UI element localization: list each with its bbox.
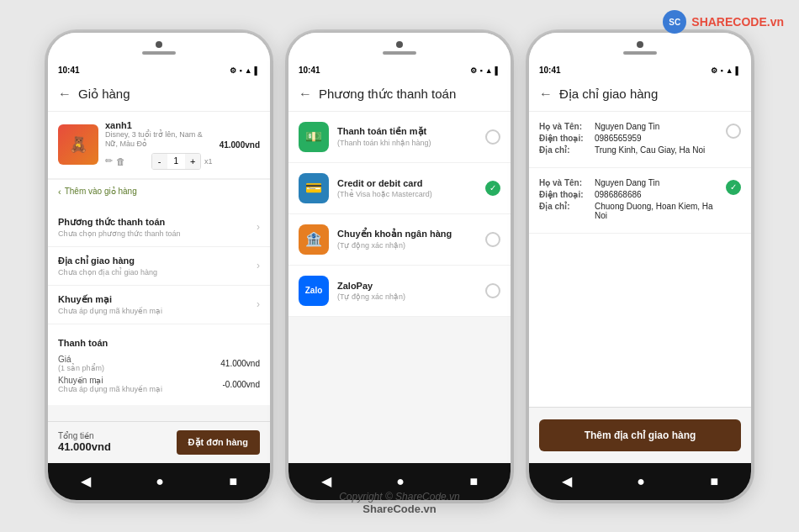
- settings-icon-1: ⚙: [230, 66, 236, 75]
- price-info: Giá (1 sản phẩm): [58, 355, 104, 372]
- watermark-top: SC SHARECODE.vn: [663, 10, 784, 34]
- back-button-2[interactable]: ←: [299, 87, 312, 102]
- price-sub: (1 sản phẩm): [58, 364, 104, 372]
- cart-item-price: 41.000vnd: [220, 140, 260, 150]
- payment-method-row[interactable]: Phương thức thanh toán Chưa chọn phương …: [48, 208, 270, 247]
- qty-plus[interactable]: +: [185, 154, 200, 169]
- add-icon: ‹: [58, 187, 61, 197]
- nav-home-2[interactable]: ●: [396, 474, 405, 489]
- delivery-row[interactable]: Địa chỉ giao hàng Chưa chọn địa chỉ giao…: [48, 247, 270, 286]
- qty-section: - 1 + x1: [151, 153, 213, 170]
- status-bar-2: 10:41 ⚙ ▪ ▲ ▌: [288, 63, 511, 78]
- speaker-3: [623, 51, 657, 55]
- settings-icon-3: ⚙: [711, 66, 717, 75]
- nav-recent-1[interactable]: ■: [230, 474, 238, 489]
- cart-item-card: 🧸 xanh1 Disney, 3 tuổi trở lên, Nam & Nữ…: [48, 112, 270, 179]
- brand-name-prefix: SHARE: [691, 15, 733, 29]
- status-time-1: 10:41: [58, 66, 80, 75]
- nav-home-3[interactable]: ●: [637, 474, 645, 489]
- watermark-bottom: Copyright © ShareCode.vn ShareCode.vn: [339, 491, 460, 515]
- phone-top-bar-3: [529, 33, 751, 63]
- cart-title: Giỏ hàng: [78, 87, 130, 102]
- checkout-title: Thanh toán: [58, 338, 260, 348]
- discount-row: Khuyến mại Chưa áp dụng mã khuyến mại -0…: [58, 376, 260, 393]
- brand-domain: .vn: [767, 15, 784, 29]
- cash-icon: 💵: [299, 122, 329, 152]
- camera-2: [396, 41, 403, 48]
- status-icons-1: ⚙ ▪ ▲ ▌: [230, 66, 260, 75]
- addr-name-label-2: Họ và Tên:: [539, 178, 590, 187]
- price-row: Giá (1 sản phẩm) 41.000vnd: [58, 355, 260, 372]
- discount-sub: Chưa áp dụng mã khuyến mại: [58, 385, 162, 393]
- nav-back-2[interactable]: ◀: [321, 473, 331, 489]
- delivery-sub: Chưa chọn địa chỉ giao hàng: [58, 268, 157, 277]
- address-item-2[interactable]: Họ và Tên: Nguyen Dang Tin Điện thoại: 0…: [529, 168, 751, 234]
- battery-icon-1: ▪: [239, 66, 241, 75]
- delete-icon[interactable]: 🗑: [116, 156, 125, 166]
- address-title: Địa chỉ giao hàng: [559, 87, 658, 102]
- addr-phone-row-2: Điện thoại: 0986868686: [539, 190, 726, 199]
- addr-radio-1[interactable]: [726, 124, 741, 139]
- card-radio[interactable]: [485, 181, 500, 196]
- cash-info: Thanh toán tiền mặt (Thanh toán khi nhận…: [337, 126, 477, 147]
- payment-method-card[interactable]: 💳 Credit or debit card (Thẻ Visa hoặc Ma…: [288, 163, 511, 214]
- nav-home-1[interactable]: ●: [156, 474, 164, 489]
- zalo-radio[interactable]: [485, 283, 500, 298]
- promo-row[interactable]: Khuyến mại Chưa áp dụng mã khuyến mại ›: [48, 286, 270, 324]
- status-icons-3: ⚙ ▪ ▲ ▌: [711, 66, 741, 75]
- zalo-info: ZaloPay (Tự động xác nhận): [337, 281, 477, 301]
- camera-1: [156, 41, 162, 48]
- edit-icon[interactable]: ✏: [105, 155, 113, 166]
- payment-title: Phương thức thanh toán: [319, 87, 456, 102]
- card-desc: (Thẻ Visa hoặc Mastercard): [337, 190, 477, 198]
- addr-phone-label-1: Điện thoại:: [539, 134, 590, 143]
- total-label: Tổng tiền: [58, 431, 111, 440]
- nav-recent-3[interactable]: ■: [711, 474, 719, 489]
- cart-footer: Tổng tiền 41.000vnd Đặt đơn hàng: [48, 421, 270, 463]
- copyright-text: Copyright © ShareCode.vn: [339, 491, 460, 503]
- price-value: 41.000vnd: [220, 359, 260, 368]
- cash-radio[interactable]: [485, 129, 500, 145]
- payment-summary: Thanh toán Giá (1 sản phẩm) 41.000vnd Kh…: [48, 329, 270, 405]
- back-button-3[interactable]: ←: [539, 87, 553, 102]
- payment-header: ← Phương thức thanh toán: [288, 78, 511, 112]
- payment-method-zalo[interactable]: Zalo ZaloPay (Tự động xác nhận): [288, 266, 511, 317]
- zalo-name: ZaloPay: [337, 281, 477, 291]
- delivery-info: Địa chỉ giao hàng Chưa chọn địa chỉ giao…: [58, 255, 157, 277]
- zalo-desc: (Tự động xác nhận): [337, 292, 477, 301]
- addr-phone-value-1: 0986565959: [595, 134, 642, 143]
- add-address-button[interactable]: Thêm địa chỉ giao hàng: [539, 419, 741, 451]
- address-item-1[interactable]: Họ và Tên: Nguyen Dang Tin Điện thoại: 0…: [529, 112, 751, 168]
- zalo-icon: Zalo: [299, 276, 329, 306]
- addr-addr-row-1: Địa chỉ: Trung Kinh, Cau Giay, Ha Noi: [539, 145, 726, 155]
- cart-item-actions: ✏ 🗑: [105, 155, 125, 166]
- bottom-nav-3: ◀ ● ■: [529, 463, 751, 500]
- bank-radio[interactable]: [485, 232, 500, 247]
- back-button-1[interactable]: ←: [58, 87, 71, 102]
- cash-desc: (Thanh toán khi nhận hàng): [337, 139, 477, 147]
- battery-icon-2: ▪: [479, 66, 482, 75]
- status-bar-1: 10:41 ⚙ ▪ ▲ ▌: [48, 63, 270, 78]
- addr-radio-2[interactable]: [726, 180, 741, 195]
- nav-recent-2[interactable]: ■: [470, 474, 479, 489]
- camera-3: [637, 41, 643, 48]
- brand-name-suffix: CODE: [733, 15, 766, 29]
- payment-method-cash[interactable]: 💵 Thanh toán tiền mặt (Thanh toán khi nh…: [288, 112, 511, 163]
- cart-screen: 🧸 xanh1 Disney, 3 tuổi trở lên, Nam & Nữ…: [48, 112, 270, 405]
- addr-addr-value-2: Chuong Duong, Hoan Kiem, Ha Noi: [595, 202, 726, 220]
- discount-label: Khuyến mại: [58, 376, 162, 385]
- signal-icon-3: ▌: [736, 66, 741, 75]
- qty-minus[interactable]: -: [152, 154, 167, 169]
- nav-back-1[interactable]: ◀: [81, 473, 91, 489]
- speaker-2: [383, 51, 416, 55]
- payment-method-bank[interactable]: 🏦 Chuyển khoản ngân hàng (Tự động xác nh…: [288, 214, 511, 266]
- brand-logo-text: SC: [669, 18, 680, 27]
- wifi-icon-3: ▲: [726, 66, 733, 75]
- cash-name: Thanh toán tiền mặt: [337, 126, 477, 137]
- order-button[interactable]: Đặt đơn hàng: [177, 430, 260, 455]
- signal-icon-2: ▌: [495, 66, 500, 75]
- add-to-cart-row[interactable]: ‹ Thêm vào giỏ hàng: [48, 179, 270, 203]
- nav-back-3[interactable]: ◀: [562, 473, 572, 489]
- payment-method-sub: Chưa chọn phương thức thanh toán: [58, 229, 181, 238]
- bank-name: Chuyển khoản ngân hàng: [337, 229, 477, 240]
